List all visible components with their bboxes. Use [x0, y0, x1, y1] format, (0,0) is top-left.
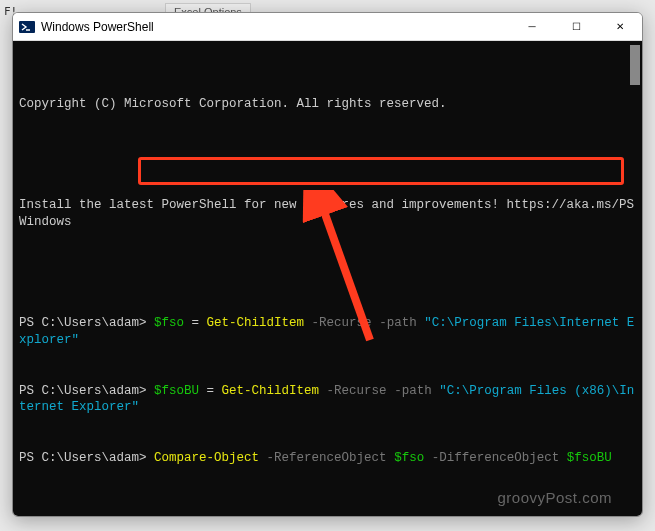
close-button[interactable]: ✕	[598, 13, 642, 40]
command-line-2: PS C:\Users\adam> $fsoBU = Get-ChildItem…	[19, 383, 636, 417]
window-controls: ─ ☐ ✕	[510, 13, 642, 40]
maximize-button[interactable]: ☐	[554, 13, 598, 40]
scrollbar-thumb[interactable]	[630, 45, 640, 85]
terminal-content[interactable]: Copyright (C) Microsoft Corporation. All…	[13, 41, 642, 516]
install-msg-line: Install the latest PowerShell for new fe…	[19, 197, 636, 231]
powershell-icon	[19, 19, 35, 35]
minimize-button[interactable]: ─	[510, 13, 554, 40]
window-title: Windows PowerShell	[41, 20, 510, 34]
watermark-text: groovyPost.com	[497, 488, 612, 508]
titlebar[interactable]: Windows PowerShell ─ ☐ ✕	[13, 13, 642, 41]
command-line-3: PS C:\Users\adam> Compare-Object -Refere…	[19, 450, 636, 467]
copyright-line: Copyright (C) Microsoft Corporation. All…	[19, 96, 636, 113]
powershell-window: Windows PowerShell ─ ☐ ✕ Copyright (C) M…	[12, 12, 643, 517]
command-line-1: PS C:\Users\adam> $fso = Get-ChildItem -…	[19, 315, 636, 349]
